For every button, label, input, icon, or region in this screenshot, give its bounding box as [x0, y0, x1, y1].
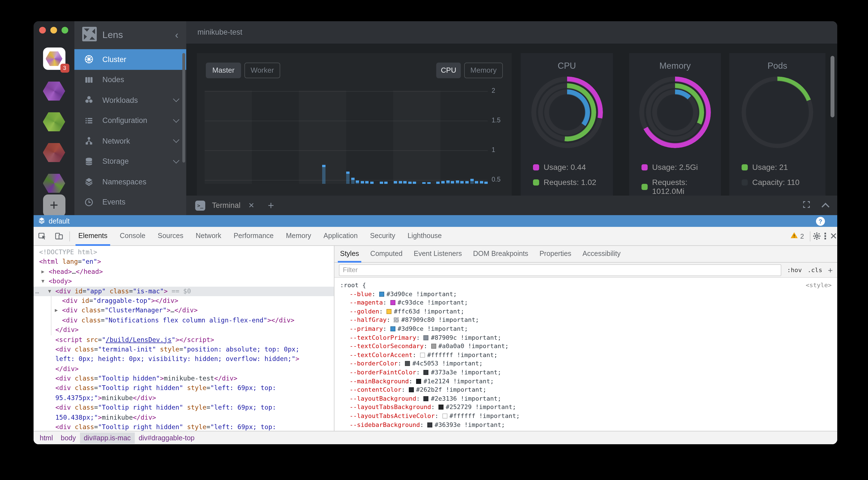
styles-tab-styles[interactable]: Styles — [335, 246, 365, 262]
devtools-tab-elements[interactable]: Elements — [72, 227, 114, 246]
settings-gear-icon[interactable] — [812, 232, 821, 240]
expand-arrow-icon[interactable]: ▶ — [41, 267, 44, 277]
devtools-tab-performance[interactable]: Performance — [227, 227, 280, 246]
color-swatch[interactable] — [379, 292, 384, 297]
css-variable-row[interactable]: --layoutTabsActiveColor: #ffffff !import… — [340, 412, 832, 420]
css-variable-row[interactable]: --textColorAccent: #ffffff !important; — [340, 351, 832, 359]
styles-filter-input[interactable] — [339, 264, 781, 276]
sidebar-item-namespaces[interactable]: Namespaces — [74, 172, 186, 192]
css-variable-row[interactable]: --layoutBackground: #2e3136 !important; — [340, 394, 832, 403]
minimize-window-button[interactable] — [50, 27, 57, 34]
breadcrumb-item[interactable]: div#draggable-top — [135, 432, 198, 443]
color-swatch[interactable] — [420, 353, 425, 357]
node-filter-master[interactable]: Master — [206, 63, 241, 78]
css-variable-row[interactable]: --borderColor: #4c5053 !important; — [340, 359, 832, 368]
color-swatch[interactable] — [386, 309, 392, 314]
sidebar-item-network[interactable]: Network — [74, 131, 186, 151]
css-variable-row[interactable]: --golden: #ffc63d !important; — [340, 307, 832, 316]
pseudo-state-toggle[interactable]: :hov — [787, 266, 802, 274]
terminal-add-icon[interactable]: + — [268, 199, 274, 211]
color-swatch[interactable] — [438, 405, 443, 410]
dom-tree-line[interactable]: <html lang="en"> — [34, 257, 334, 267]
color-swatch[interactable] — [391, 300, 395, 305]
dom-tree-line[interactable]: ▼<body> — [34, 277, 334, 286]
devtools-close-icon[interactable]: ✕ — [830, 231, 837, 241]
styles-tab-properties[interactable]: Properties — [534, 246, 577, 262]
css-variable-row[interactable]: --contentColor: #262b2f !important; — [340, 385, 832, 394]
dom-tree-line[interactable]: <!DOCTYPE html> — [34, 247, 334, 257]
breadcrumb-item[interactable]: html — [36, 432, 57, 443]
devtools-menu-icon[interactable]: ⋮ — [821, 231, 830, 241]
sidebar-item-events[interactable]: Events — [74, 192, 186, 212]
zoom-window-button[interactable] — [62, 27, 68, 34]
terminal-tab[interactable]: Terminal — [212, 201, 241, 210]
dock-item-cluster-4[interactable] — [34, 143, 74, 162]
dom-tree-line[interactable]: <div class="terminal-init" style="positi… — [34, 345, 334, 354]
class-toggle[interactable]: .cls — [807, 266, 822, 274]
terminal-collapse-icon[interactable] — [822, 203, 829, 210]
styles-tab-computed[interactable]: Computed — [365, 246, 408, 262]
terminal-fullscreen-icon[interactable] — [803, 200, 810, 210]
breadcrumb-item[interactable]: body — [57, 432, 80, 443]
css-variable-row[interactable]: --primary: #3d90ce !important; — [340, 325, 832, 333]
color-swatch[interactable] — [391, 326, 395, 331]
css-variable-row[interactable]: --blue: #3d90ce !important; — [340, 290, 832, 298]
color-swatch[interactable] — [424, 335, 429, 340]
dom-tree-line[interactable]: <div class="Tooltip right hidden" style=… — [34, 422, 334, 431]
dock-item-cluster-2[interactable] — [34, 81, 74, 101]
devtools-tab-application[interactable]: Application — [317, 227, 364, 246]
breadcrumb-item[interactable]: div#app.is-mac — [80, 432, 134, 443]
style-source-link[interactable]: <style> — [806, 281, 832, 290]
dock-item-cluster-3[interactable] — [34, 112, 74, 131]
color-swatch[interactable] — [431, 344, 436, 349]
sidebar-item-nodes[interactable]: Nodes — [74, 70, 186, 90]
styles-tab-accessibility[interactable]: Accessibility — [577, 246, 626, 262]
devtools-tab-lighthouse[interactable]: Lighthouse — [401, 227, 448, 246]
dom-tree-line[interactable]: ▶<div class="ClusterManager">…</div> — [34, 306, 334, 316]
dom-tree-line[interactable]: <div class="Tooltip right hidden" style=… — [34, 384, 334, 393]
sidebar-scrollbar[interactable] — [182, 53, 185, 163]
dom-tree-line[interactable]: …▼<div id="app" class="is-mac"> == $0 — [34, 286, 334, 296]
dom-tree-line[interactable]: <div id="draggable-top"></div> — [34, 296, 334, 306]
collapse-arrow-icon[interactable]: ▼ — [48, 286, 51, 296]
device-toolbar-icon[interactable] — [50, 232, 67, 240]
main-scrollbar[interactable] — [831, 56, 834, 117]
add-cluster-button[interactable]: + — [34, 195, 74, 217]
css-variable-row[interactable]: --magenta: #c93dce !important; — [340, 298, 832, 307]
dom-tree-line[interactable]: <div class="Notifications flex column al… — [34, 315, 334, 325]
css-variable-row[interactable]: --textColorSecondary: #a0a0a0 !important… — [340, 342, 832, 351]
inspect-element-icon[interactable] — [34, 232, 50, 240]
css-variable-row[interactable]: --textColorPrimary: #87909c !important; — [340, 333, 832, 342]
dom-tree-line[interactable]: </div> — [34, 364, 334, 374]
dom-tree-line[interactable]: 95.4375px;">minikube</div> — [34, 393, 334, 403]
devtools-tab-memory[interactable]: Memory — [280, 227, 317, 246]
dom-tree-line[interactable]: 150.438px;">minikube</div> — [34, 413, 334, 422]
color-swatch[interactable] — [424, 370, 429, 375]
help-button[interactable]: ? — [816, 216, 825, 226]
metric-tab-memory[interactable]: Memory — [464, 63, 503, 78]
color-swatch[interactable] — [424, 396, 429, 401]
dom-tree-line[interactable]: </div> — [34, 325, 334, 335]
color-swatch[interactable] — [405, 361, 410, 366]
css-variable-row[interactable]: --sidebarLogoBackground: #414448 !import… — [340, 429, 832, 431]
sidebar-collapse-icon[interactable]: ‹ — [175, 30, 178, 40]
terminal-close-icon[interactable]: ✕ — [248, 201, 254, 210]
sidebar-item-workloads[interactable]: Workloads — [74, 90, 186, 110]
color-swatch[interactable] — [416, 379, 421, 384]
sidebar-item-cluster[interactable]: Cluster — [74, 49, 186, 70]
dom-tree-line[interactable]: left: 0px; height: 0px; visibility: hidd… — [34, 354, 334, 364]
collapse-arrow-icon[interactable]: ▼ — [41, 277, 44, 286]
close-window-button[interactable] — [39, 27, 46, 34]
node-filter-worker[interactable]: Worker — [244, 63, 280, 78]
sidebar-item-configuration[interactable]: Configuration — [74, 110, 186, 131]
sidebar-item-storage[interactable]: Storage — [74, 151, 186, 172]
dom-tree-line[interactable]: ▶<head>…</head> — [34, 267, 334, 277]
css-variable-row[interactable]: --halfGray: #87909c80 !important; — [340, 316, 832, 325]
styles-tab-event-listeners[interactable]: Event Listeners — [408, 246, 467, 262]
new-style-rule-button[interactable]: + — [828, 265, 833, 275]
console-warnings-badge[interactable]: 2 — [787, 231, 807, 241]
styles-tab-dom-breakpoints[interactable]: DOM Breakpoints — [468, 246, 534, 262]
css-variable-row[interactable]: --layoutTabsBackground: #252729 !importa… — [340, 403, 832, 412]
dom-tree-line[interactable]: <div class="Tooltip hidden">minikube-tes… — [34, 374, 334, 384]
color-swatch[interactable] — [394, 318, 399, 323]
